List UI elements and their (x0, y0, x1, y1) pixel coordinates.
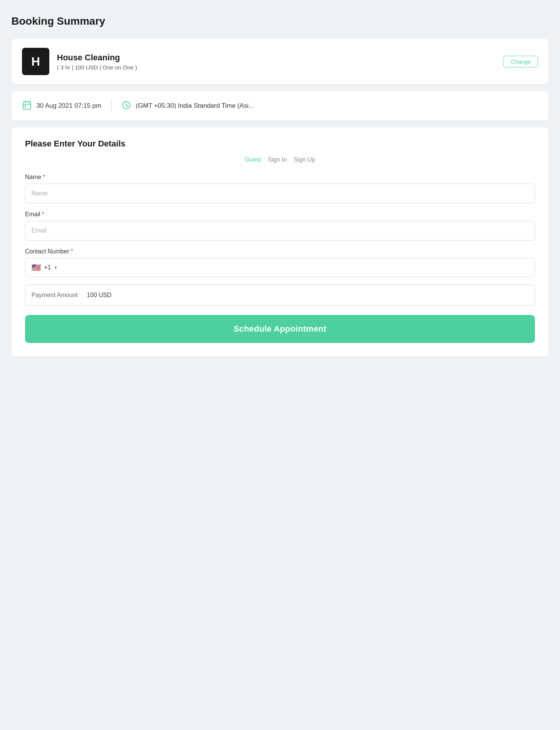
page-title: Booking Summary (11, 15, 549, 27)
details-card: Please Enter Your Details Guest Sign In … (11, 127, 549, 357)
svg-point-4 (25, 106, 26, 107)
contact-label: Contact Number * (25, 248, 535, 255)
service-name: House Cleaning (57, 53, 496, 63)
date-text: 30 Aug 2021 07:15 pm (36, 102, 101, 110)
name-input[interactable] (25, 184, 535, 203)
date-item: 30 Aug 2021 07:15 pm (22, 100, 101, 112)
auth-tabs: Guest Sign In Sign Up (25, 156, 535, 163)
email-group: Email * (25, 211, 535, 241)
change-button[interactable]: Change (503, 56, 538, 68)
service-icon: H (22, 48, 49, 75)
name-group: Name * (25, 174, 535, 203)
us-flag-icon: 🇺🇸 (31, 263, 41, 272)
contact-group: Contact Number * 🇺🇸 +1 ▾ (25, 248, 535, 277)
service-card: H House Cleaning ( 3 hr | 100 USD | One … (11, 39, 549, 84)
contact-required-star: * (71, 248, 73, 255)
payment-row: Payment Amount 100 USD (25, 285, 535, 306)
clock-icon (121, 100, 131, 112)
service-info: House Cleaning ( 3 hr | 100 USD | One on… (57, 53, 496, 71)
timezone-item: (GMT +05:30) India Standard Time (Asi... (121, 100, 254, 112)
calendar-icon (22, 100, 32, 112)
tab-signin[interactable]: Sign In (268, 156, 287, 163)
phone-dropdown-arrow[interactable]: ▾ (55, 265, 57, 270)
timezone-text: (GMT +05:30) India Standard Time (Asi... (136, 102, 254, 110)
tab-signup[interactable]: Sign Up (294, 156, 315, 163)
details-title: Please Enter Your Details (25, 139, 535, 149)
tab-guest[interactable]: Guest (245, 156, 261, 163)
name-required-star: * (43, 174, 45, 181)
email-label: Email * (25, 211, 535, 218)
phone-code: +1 (44, 264, 51, 271)
datetime-divider (111, 100, 112, 112)
schedule-appointment-button[interactable]: Schedule Appointment (25, 315, 535, 343)
payment-value: 100 USD (87, 292, 112, 299)
name-label: Name * (25, 174, 535, 181)
service-icon-letter: H (31, 55, 40, 69)
svg-rect-0 (23, 102, 31, 109)
email-required-star: * (42, 211, 44, 218)
email-input[interactable] (25, 221, 535, 241)
service-meta: ( 3 hr | 100 USD | One on One ) (57, 64, 496, 71)
datetime-card: 30 Aug 2021 07:15 pm (GMT +05:30) India … (11, 91, 549, 121)
phone-wrapper[interactable]: 🇺🇸 +1 ▾ (25, 258, 535, 277)
payment-label: Payment Amount (31, 292, 78, 299)
